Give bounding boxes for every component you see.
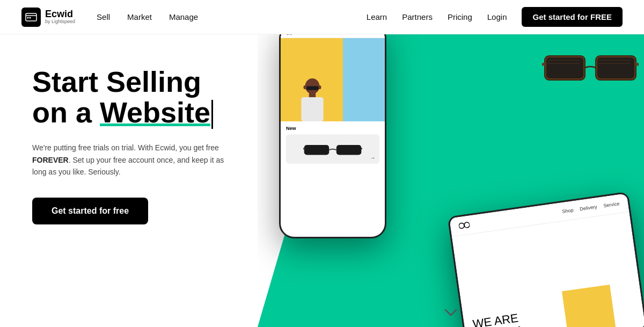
product-sunglasses-svg: [303, 141, 362, 157]
svg-rect-18: [301, 97, 323, 121]
person-silhouette: [286, 78, 340, 121]
svg-rect-23: [336, 144, 362, 155]
sunglasses-prop: [542, 40, 639, 93]
phone-arrow: →: [370, 155, 375, 161]
phone-header: Wearel ≡: [281, 34, 385, 38]
svg-point-20: [303, 85, 306, 89]
nav-get-started-button[interactable]: Get started for FREE: [522, 7, 623, 27]
svg-point-27: [464, 222, 470, 228]
tablet-nav-links: Shop Delivery Service: [562, 201, 620, 214]
phone-screen: Wearel ≡: [281, 34, 385, 237]
navigation: Ecwid by Lightspeed Sell Market Manage L…: [0, 0, 644, 34]
nav-pricing[interactable]: Pricing: [448, 12, 472, 21]
nav-learn[interactable]: Learn: [367, 12, 387, 21]
nav-sell[interactable]: Sell: [97, 12, 110, 21]
phone-new-tag: New: [286, 126, 379, 131]
phone-brand: Wearel: [286, 34, 309, 35]
phone-menu-icon: ≡: [376, 34, 379, 35]
logo[interactable]: Ecwid by Lightspeed: [21, 8, 75, 27]
tablet-yellow-accent: [562, 285, 617, 327]
heading-highlight: Website: [100, 97, 210, 128]
nav-login[interactable]: Login: [487, 12, 507, 21]
nav-right-links: Learn Partners Pricing Login Get started…: [367, 7, 623, 27]
hero-description: We're putting free trials on trial. With…: [32, 142, 236, 178]
svg-rect-6: [546, 57, 583, 78]
svg-rect-17: [309, 93, 316, 98]
phone-product-section: New →: [281, 121, 385, 168]
svg-point-21: [318, 85, 321, 89]
brand-name: Ecwid: [45, 9, 75, 20]
svg-rect-22: [304, 144, 330, 155]
logo-text: Ecwid by Lightspeed: [45, 9, 75, 25]
svg-rect-19: [306, 86, 319, 90]
hero-right: Wearel ≡: [258, 34, 644, 327]
brand-subtitle: by Lightspeed: [45, 19, 75, 25]
hero-forever: FOREVER: [32, 156, 69, 164]
heading-line1: Start Selling: [32, 66, 201, 98]
nav-manage[interactable]: Manage: [169, 12, 198, 21]
tablet-logo: [458, 221, 470, 230]
svg-rect-7: [597, 57, 634, 78]
nav-left-links: Sell Market Manage: [97, 12, 198, 21]
hero-left: Start Selling on a Website We're putting…: [0, 34, 258, 327]
svg-line-24: [303, 148, 304, 149]
cursor-blink: [211, 100, 213, 129]
svg-line-25: [361, 148, 362, 149]
tablet-screen: Shop Delivery Service WE ARE WEAREL: [449, 193, 644, 327]
hero-cta-button[interactable]: Get started for free: [32, 198, 148, 224]
nav-market[interactable]: Market: [127, 12, 152, 21]
svg-point-26: [458, 223, 464, 229]
phone-product-card: →: [286, 134, 379, 164]
phone-mockup: Wearel ≡: [279, 34, 386, 238]
svg-point-1: [27, 17, 29, 18]
hero-section: Start Selling on a Website We're putting…: [0, 34, 644, 327]
svg-point-2: [30, 17, 31, 18]
logo-icon: [21, 8, 41, 27]
heading-line2: on a: [32, 96, 100, 128]
nav-partners[interactable]: Partners: [402, 12, 433, 21]
svg-point-16: [305, 78, 320, 94]
hero-heading: Start Selling on a Website: [32, 67, 236, 129]
chevron-container: [444, 309, 457, 318]
phone-hero-image: [281, 38, 385, 121]
chevron-down-icon: [444, 309, 457, 316]
